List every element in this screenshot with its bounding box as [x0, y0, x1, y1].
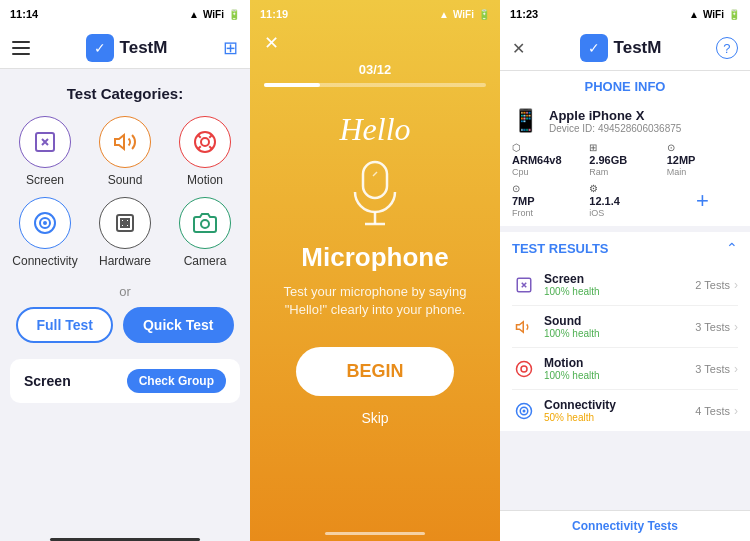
- help-icon[interactable]: ?: [716, 37, 738, 59]
- main-cam-icon: ⊙: [667, 142, 675, 153]
- test-results-header: TEST RESULTS ⌃: [500, 232, 750, 264]
- wifi-icon2: WiFi: [453, 9, 474, 20]
- svg-rect-14: [121, 224, 124, 227]
- progress-area: 03/12: [250, 62, 500, 87]
- result-screen[interactable]: Screen 100% health 2 Tests ›: [512, 264, 738, 306]
- close-button[interactable]: ✕: [264, 32, 279, 54]
- status-icons-panel3: ▲ WiFi 🔋: [689, 9, 740, 20]
- phone-info-title: PHONE INFO: [500, 71, 750, 100]
- phone-model-info: Apple iPhone X Device ID: 49452860603687…: [549, 108, 681, 134]
- skip-button[interactable]: Skip: [361, 410, 388, 426]
- result-motion-tests: 3 Tests: [695, 363, 730, 375]
- time-panel1: 11:14: [10, 8, 38, 20]
- full-test-button[interactable]: Full Test: [16, 307, 113, 343]
- svg-line-4: [198, 135, 201, 138]
- main-cam-value: 12MP: [667, 154, 738, 166]
- status-bar-panel1: 11:14 ▲ WiFi 🔋: [0, 0, 250, 28]
- phone-device-icon: 📱: [512, 108, 539, 134]
- result-connectivity-info: Connectivity 50% health: [544, 398, 616, 423]
- svg-marker-1: [115, 135, 124, 149]
- begin-button[interactable]: BEGIN: [296, 347, 453, 396]
- microphone-icon: [345, 158, 405, 232]
- app-title-panel3: TestM: [614, 38, 662, 58]
- result-connectivity-right: 4 Tests ›: [695, 404, 738, 418]
- app-title-panel1: TestM: [120, 38, 168, 58]
- cpu-label: Cpu: [512, 167, 583, 177]
- category-motion[interactable]: Motion: [170, 116, 240, 187]
- specs-grid: ⬡ ARM64v8 Cpu ⊞ 2.96GB Ram ⊙ 12MP Main ⊙…: [512, 142, 738, 218]
- result-connectivity-tests: 4 Tests: [695, 405, 730, 417]
- connectivity-tests-label: Connectivity Tests: [572, 519, 678, 533]
- result-screen-info: Screen 100% health: [544, 272, 600, 297]
- connectivity-tests-footer[interactable]: Connectivity Tests: [500, 510, 750, 541]
- result-sound-icon: [512, 315, 536, 339]
- sound-icon: [99, 116, 151, 168]
- svg-point-10: [44, 222, 46, 224]
- result-sound[interactable]: Sound 100% health 3 Tests ›: [512, 306, 738, 348]
- battery-icon3: 🔋: [728, 9, 740, 20]
- svg-line-5: [209, 135, 212, 138]
- quick-test-button[interactable]: Quick Test: [123, 307, 234, 343]
- motion-label: Motion: [187, 173, 223, 187]
- svg-line-7: [209, 146, 212, 149]
- phone-info-card: 📱 Apple iPhone X Device ID: 494528606036…: [500, 100, 750, 226]
- result-sound-info: Sound 100% health: [544, 314, 600, 339]
- front-cam-value: 7MP: [512, 195, 583, 207]
- category-hardware[interactable]: Hardware: [90, 197, 160, 268]
- collapse-icon[interactable]: ⌃: [726, 240, 738, 256]
- category-screen[interactable]: Screen: [10, 116, 80, 187]
- svg-rect-17: [363, 162, 387, 198]
- camera-icon: [179, 197, 231, 249]
- progress-label: 03/12: [359, 62, 392, 77]
- svg-point-25: [521, 366, 527, 372]
- nav-bar-panel3: ✕ ✓ TestM ?: [500, 28, 750, 71]
- category-sound[interactable]: Sound: [90, 116, 160, 187]
- ios-value: 12.1.4: [589, 195, 660, 207]
- time-panel3: 11:23: [510, 8, 538, 20]
- nav-logo-panel3: ✓ TestM: [580, 34, 662, 62]
- svg-line-21: [373, 172, 377, 176]
- cpu-icon: ⬡: [512, 142, 521, 153]
- result-motion-name: Motion: [544, 356, 600, 370]
- logo-area: ✓ TestM: [86, 34, 168, 62]
- result-motion-chevron: ›: [734, 362, 738, 376]
- spec-main-cam: ⊙ 12MP Main: [667, 142, 738, 177]
- phone-model-row: 📱 Apple iPhone X Device ID: 494528606036…: [512, 108, 738, 134]
- signal-icon: ▲: [189, 9, 199, 20]
- category-camera[interactable]: Camera: [170, 197, 240, 268]
- result-connectivity-name: Connectivity: [544, 398, 616, 412]
- progress-bar-background: [264, 83, 486, 87]
- categories-title: Test Categories:: [67, 85, 183, 102]
- result-sound-name: Sound: [544, 314, 600, 328]
- result-connectivity[interactable]: Connectivity 50% health 4 Tests ›: [512, 390, 738, 431]
- main-cam-label: Main: [667, 167, 738, 177]
- grid-icon[interactable]: ⊞: [223, 37, 238, 59]
- test-buttons: Full Test Quick Test: [16, 307, 233, 343]
- ios-icon: ⚙: [589, 183, 598, 194]
- bottom-section: Screen Check Group: [10, 359, 240, 403]
- result-sound-tests: 3 Tests: [695, 321, 730, 333]
- result-screen-name: Screen: [544, 272, 600, 286]
- svg-point-3: [201, 138, 209, 146]
- result-screen-left: Screen 100% health: [512, 272, 600, 297]
- ram-value: 2.96GB: [589, 154, 660, 166]
- close-button-panel3[interactable]: ✕: [512, 39, 525, 58]
- result-motion-info: Motion 100% health: [544, 356, 600, 381]
- front-cam-label: Front: [512, 208, 583, 218]
- category-connectivity[interactable]: Connectivity: [10, 197, 80, 268]
- result-motion[interactable]: Motion 100% health 3 Tests ›: [512, 348, 738, 390]
- motion-icon: [179, 116, 231, 168]
- cpu-value: ARM64v8: [512, 154, 583, 166]
- status-icons-panel1: ▲ WiFi 🔋: [189, 9, 240, 20]
- status-bar-panel2: 11:19 ▲ WiFi 🔋: [250, 0, 500, 28]
- ram-icon: ⊞: [589, 142, 597, 153]
- spec-cpu: ⬡ ARM64v8 Cpu: [512, 142, 583, 177]
- add-spec-button[interactable]: +: [667, 183, 738, 218]
- logo-icon: ✓: [86, 34, 114, 62]
- hello-text: Hello: [339, 111, 410, 148]
- progress-bar-fill: [264, 83, 320, 87]
- categories-content: Test Categories: Screen Sound: [0, 69, 250, 530]
- check-group-button[interactable]: Check Group: [127, 369, 226, 393]
- hamburger-menu[interactable]: [12, 41, 30, 55]
- svg-line-6: [198, 146, 201, 149]
